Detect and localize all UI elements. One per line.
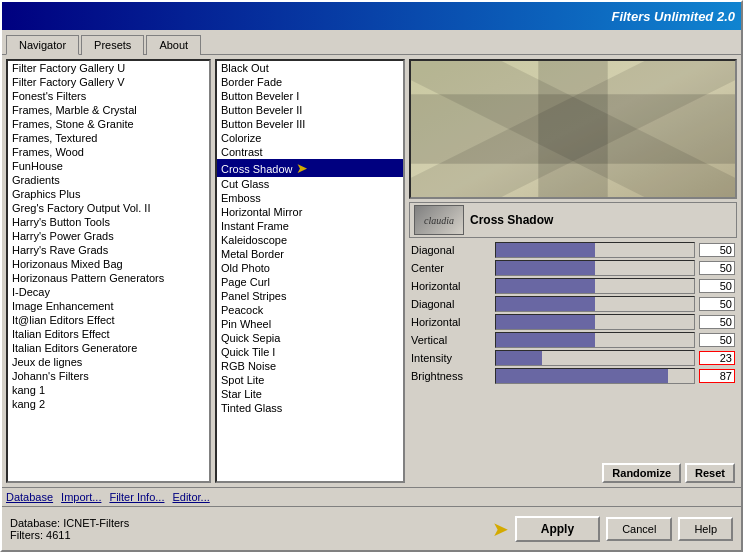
apply-arrow-icon: ➤ [492,517,509,541]
middle-list-item[interactable]: Colorize [217,131,403,145]
param-slider[interactable] [495,242,695,258]
param-slider[interactable] [495,296,695,312]
param-row: Center50 [409,259,737,277]
left-list-item[interactable]: FunHouse [8,159,209,173]
database-label: Database: [10,517,60,529]
left-list-item[interactable]: Italian Editors Generatore [8,341,209,355]
param-slider[interactable] [495,368,695,384]
param-slider[interactable] [495,278,695,294]
left-list-item[interactable]: Harry's Button Tools [8,215,209,229]
filter-logo: claudia [414,205,464,235]
left-list-item[interactable]: Harry's Power Grads [8,229,209,243]
editor-button[interactable]: Editor... [172,491,209,503]
middle-list-item[interactable]: Metal Border [217,247,403,261]
param-slider[interactable] [495,314,695,330]
database-value: ICNET-Filters [63,517,129,529]
left-list-item[interactable]: Jeux de lignes [8,355,209,369]
params-section: Diagonal50Center50Horizontal50Diagonal50… [409,241,737,460]
middle-list-item[interactable]: Emboss [217,191,403,205]
tab-presets[interactable]: Presets [81,35,144,55]
param-label: Horizontal [411,280,491,292]
left-list-item[interactable]: Frames, Wood [8,145,209,159]
middle-list-item[interactable]: Tinted Glass [217,401,403,415]
middle-list-item[interactable]: Page Curl [217,275,403,289]
middle-list-item[interactable]: Cross Shadow ➤ [217,159,403,177]
left-list-item[interactable]: Gradients [8,173,209,187]
import-button[interactable]: Import... [61,491,101,503]
tab-about[interactable]: About [146,35,201,55]
param-slider[interactable] [495,350,695,366]
middle-list-item[interactable]: Spot Lite [217,373,403,387]
left-list-item[interactable]: It@lian Editors Effect [8,313,209,327]
middle-list-item[interactable]: Button Beveler II [217,103,403,117]
left-list-item[interactable]: Filter Factory Gallery V [8,75,209,89]
middle-list-item[interactable]: Button Beveler I [217,89,403,103]
action-buttons: ➤ Apply Cancel Help [492,516,733,542]
reset-button[interactable]: Reset [685,463,735,483]
middle-list-item[interactable]: Star Lite [217,387,403,401]
middle-list-item[interactable]: Black Out [217,61,403,75]
left-list-item[interactable]: kang 2 [8,397,209,411]
middle-filter-list[interactable]: Black OutBorder FadeButton Beveler IButt… [215,59,405,483]
param-row: Diagonal50 [409,241,737,259]
help-button[interactable]: Help [678,517,733,541]
filters-label: Filters: [10,529,43,541]
filter-info-button[interactable]: Filter Info... [109,491,164,503]
param-label: Horizontal [411,316,491,328]
param-label: Brightness [411,370,491,382]
middle-list-item[interactable]: Cut Glass [217,177,403,191]
status-text: Database: ICNET-Filters Filters: 4611 [10,517,486,541]
left-list-item[interactable]: Frames, Stone & Granite [8,117,209,131]
middle-list-item[interactable]: Border Fade [217,75,403,89]
middle-list-item[interactable]: Instant Frame [217,219,403,233]
middle-list-item[interactable]: Peacock [217,303,403,317]
middle-list-item[interactable]: Quick Tile I [217,345,403,359]
middle-list-item[interactable]: Pin Wheel [217,317,403,331]
left-list-item[interactable]: Image Enhancement [8,299,209,313]
apply-button[interactable]: Apply [515,516,600,542]
left-list-item[interactable]: Harry's Rave Grads [8,243,209,257]
middle-list-item[interactable]: Panel Stripes [217,289,403,303]
left-filter-list[interactable]: Filter Factory Gallery UFilter Factory G… [6,59,211,483]
middle-list-item[interactable]: Quick Sepia [217,331,403,345]
middle-list-item[interactable]: Horizontal Mirror [217,205,403,219]
randomize-button[interactable]: Randomize [602,463,681,483]
param-value: 50 [699,315,735,329]
param-row: Diagonal50 [409,295,737,313]
filter-name-text: Cross Shadow [470,213,553,227]
param-label: Diagonal [411,298,491,310]
param-value: 50 [699,279,735,293]
param-label: Diagonal [411,244,491,256]
param-label: Center [411,262,491,274]
middle-list-item[interactable]: Contrast [217,145,403,159]
param-value: 50 [699,333,735,347]
param-value: 50 [699,243,735,257]
title-bar: Filters Unlimited 2.0 [2,2,741,30]
left-list-item[interactable]: Greg's Factory Output Vol. II [8,201,209,215]
left-list-item[interactable]: Johann's Filters [8,369,209,383]
left-list-item[interactable]: Horizonaus Mixed Bag [8,257,209,271]
middle-list-item[interactable]: RGB Noise [217,359,403,373]
param-slider[interactable] [495,332,695,348]
tab-bar: Navigator Presets About [2,30,741,55]
param-row: Horizontal50 [409,313,737,331]
status-bar: Database: ICNET-Filters Filters: 4611 ➤ … [2,506,741,550]
left-list-item[interactable]: Filter Factory Gallery U [8,61,209,75]
left-list-item[interactable]: Frames, Textured [8,131,209,145]
left-list-item[interactable]: kang 1 [8,383,209,397]
middle-list-item[interactable]: Kaleidoscope [217,233,403,247]
left-list-item[interactable]: Italian Editors Effect [8,327,209,341]
left-list-item[interactable]: Graphics Plus ➤ [8,187,209,201]
tab-navigator[interactable]: Navigator [6,35,79,55]
left-list-item[interactable]: Frames, Marble & Crystal [8,103,209,117]
param-slider[interactable] [495,260,695,276]
middle-list-item[interactable]: Button Beveler III [217,117,403,131]
left-list-item[interactable]: Fonest's Filters [8,89,209,103]
param-value: 23 [699,351,735,365]
database-button[interactable]: Database [6,491,53,503]
middle-list-item[interactable]: Old Photo [217,261,403,275]
left-list-item[interactable]: Horizonaus Pattern Generators [8,271,209,285]
panels-row: Filter Factory Gallery UFilter Factory G… [2,55,741,487]
left-list-item[interactable]: I-Decay [8,285,209,299]
cancel-button[interactable]: Cancel [606,517,672,541]
